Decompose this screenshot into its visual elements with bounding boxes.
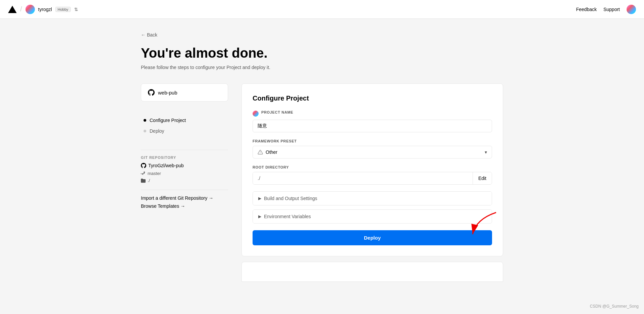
divider-1 [141,150,228,150]
project-name-label: PROJECT NAME [261,110,293,114]
project-name-field: PROJECT NAME [253,110,492,139]
git-repo-name: TyroGzl/web-pub [148,163,184,168]
build-settings-arrow-icon: ▶ [258,196,261,201]
feedback-link[interactable]: Feedback [576,7,596,12]
page-subtitle: Please follow the steps to configure you… [141,65,503,70]
bottom-partial-card [241,262,503,282]
git-repo-link: TyroGzl/web-pub [141,163,228,168]
account-switcher-icon[interactable]: ⇅ [74,7,78,12]
right-panel: Configure Project PROJECT NAME FRAMEWORK… [241,83,503,282]
root-dir-input[interactable] [253,172,473,184]
back-link[interactable]: ← Back [141,32,503,38]
import-repo-link[interactable]: Import a different Git Repository → [141,195,228,201]
env-vars-label: Environment Variables [264,214,311,219]
main-content: ← Back You're almost done. Please follow… [121,19,523,295]
framework-select-left: Other [258,149,277,155]
left-panel: web-pub Configure Project Deploy GIT REP… [141,83,228,209]
user-name: tyrogzl [38,7,52,12]
framework-select-wrapper: Other ▾ [253,146,492,159]
project-name-label-row: PROJECT NAME [253,110,492,117]
github-small-icon [141,163,146,168]
env-vars-arrow-icon: ▶ [258,214,261,219]
action-links: Import a different Git Repository → Brow… [141,195,228,209]
repo-card: web-pub [141,83,228,102]
build-settings-section: ▶ Build and Output Settings [253,191,492,205]
github-icon [148,89,155,96]
browse-templates-link[interactable]: Browse Templates → [141,203,228,209]
content-layout: web-pub Configure Project Deploy GIT REP… [141,83,503,282]
root-dir-field: Edit [253,172,492,185]
folder-icon [141,178,146,183]
header: / tyrogzl Hobby ⇅ Feedback Support [0,0,644,19]
build-settings-header[interactable]: ▶ Build and Output Settings [253,192,492,205]
header-separator: / [20,5,22,13]
branch-icon [141,171,146,176]
vercel-logo-icon [8,5,17,14]
git-directory: ./ [141,178,228,183]
user-avatar [25,5,35,14]
step-deploy-label: Deploy [150,128,164,134]
step-dot-deploy [144,130,146,132]
framework-chevron-icon: ▾ [485,149,487,155]
header-left: / tyrogzl Hobby ⇅ [8,5,78,14]
configure-card: Configure Project PROJECT NAME FRAMEWORK… [241,83,503,256]
step-configure-label: Configure Project [150,118,186,123]
git-directory-value: ./ [148,178,150,183]
framework-select[interactable]: Other ▾ [253,146,492,159]
step-dot-configure [144,119,146,122]
repo-card-name: web-pub [158,90,177,96]
hobby-badge: Hobby [55,7,71,12]
env-vars-section: ▶ Environment Variables [253,209,492,224]
divider-2 [141,190,228,190]
framework-value: Other [266,149,277,155]
root-directory-field: ROOT DIRECTORY Edit [253,165,492,185]
framework-preset-field: FRAMEWORK PRESET Other ▾ [253,139,492,159]
root-dir-edit-button[interactable]: Edit [473,172,492,184]
git-section: GIT REPOSITORY TyroGzl/web-pub master [141,155,228,183]
git-branch-name: master [148,171,161,176]
configure-title: Configure Project [253,95,492,102]
git-section-label: GIT REPOSITORY [141,155,228,160]
globe-icon [253,111,259,117]
project-name-input[interactable] [253,120,492,132]
framework-label: FRAMEWORK PRESET [253,139,492,143]
build-settings-label: Build and Output Settings [264,196,317,201]
step-configure: Configure Project [144,115,228,126]
header-right: Feedback Support [576,5,636,14]
steps-list: Configure Project Deploy [141,115,228,136]
watermark: CSDN @G_Summer_Song [590,304,639,309]
step-deploy: Deploy [144,126,228,136]
page-title: You're almost done. [141,46,503,61]
user-avatar-right[interactable] [627,5,636,14]
root-dir-label: ROOT DIRECTORY [253,165,492,169]
git-branch: master [141,171,228,176]
env-vars-header[interactable]: ▶ Environment Variables [253,210,492,223]
deploy-button[interactable]: Deploy [253,230,492,245]
triangle-warning-icon [258,149,263,155]
support-link[interactable]: Support [603,7,620,12]
